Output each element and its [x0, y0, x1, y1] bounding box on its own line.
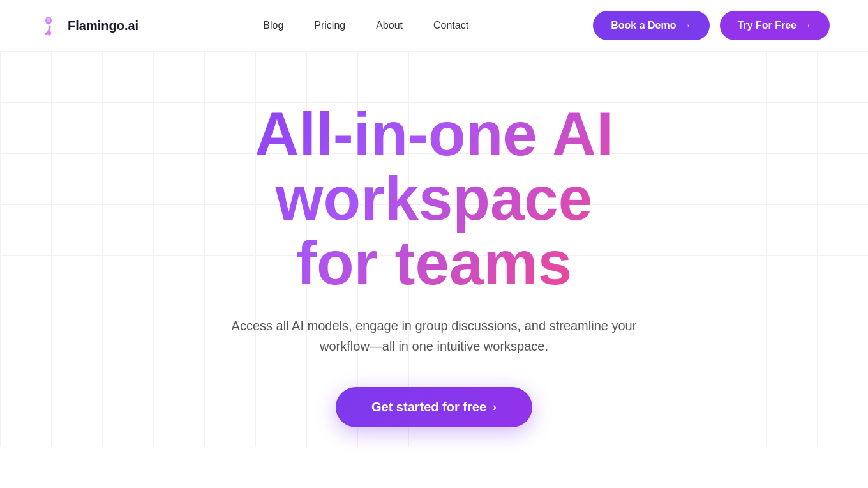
logo-area[interactable]: Flamingo.ai	[38, 14, 138, 37]
book-demo-button[interactable]: Book a Demo →	[593, 11, 709, 40]
brand-name: Flamingo.ai	[68, 19, 138, 33]
nav-actions: Book a Demo → Try For Free →	[593, 11, 830, 40]
arrow-right-icon-2: →	[802, 20, 812, 31]
flamingo-logo-icon	[38, 14, 61, 37]
nav-links: Blog Pricing About Contact	[263, 20, 468, 31]
try-free-button[interactable]: Try For Free →	[720, 11, 830, 40]
svg-point-1	[47, 18, 50, 22]
cta-arrow-icon: ›	[493, 400, 497, 414]
get-started-button[interactable]: Get started for free ›	[336, 387, 532, 427]
hero-title: All-in-one AI workspace for teams	[147, 102, 721, 295]
hero-section: All-in-one AI workspace for teams Access…	[0, 51, 868, 488]
nav-blog[interactable]: Blog	[263, 20, 283, 31]
nav-about[interactable]: About	[376, 20, 403, 31]
navbar: Flamingo.ai Blog Pricing About Contact B…	[0, 0, 868, 51]
nav-pricing[interactable]: Pricing	[314, 20, 345, 31]
nav-contact[interactable]: Contact	[433, 20, 468, 31]
hero-subtitle: Access all AI models, engage in group di…	[230, 316, 638, 356]
arrow-right-icon: →	[682, 20, 692, 31]
